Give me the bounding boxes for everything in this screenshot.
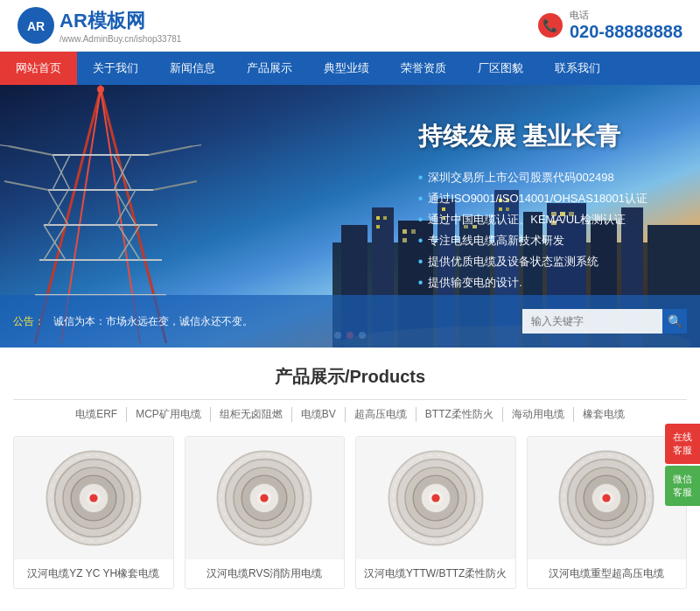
notice-label: 公告： bbox=[13, 314, 45, 329]
product-img-1 bbox=[14, 437, 173, 559]
svg-line-57 bbox=[153, 181, 197, 190]
svg-rect-17 bbox=[402, 229, 407, 234]
svg-rect-18 bbox=[411, 229, 416, 234]
floating-buttons: 在线客服 微信客服 bbox=[665, 424, 700, 506]
product-img-3 bbox=[356, 437, 515, 559]
tab-ultra[interactable]: 超高压电缆 bbox=[346, 407, 416, 422]
tab-zg[interactable]: 组柜无卤阻燃 bbox=[211, 407, 292, 422]
svg-point-59 bbox=[97, 86, 104, 93]
svg-point-84 bbox=[431, 494, 439, 502]
tab-rubber[interactable]: 橡套电缆 bbox=[574, 407, 634, 422]
tab-marine[interactable]: 海动用电缆 bbox=[503, 407, 574, 422]
hero-bullet-list: 深圳交易所上市公司股票代码002498 通过ISO9001/ISO14001/O… bbox=[418, 167, 648, 293]
tab-erf[interactable]: 电缆ERF bbox=[66, 407, 127, 422]
svg-rect-16 bbox=[376, 225, 380, 228]
tab-mcp[interactable]: MCP矿用电缆 bbox=[127, 407, 211, 422]
product-img-4 bbox=[528, 437, 687, 559]
products-section: 产品展示/Products 电缆ERF MCP矿用电缆 组柜无卤阻燃 电缆BV … bbox=[0, 348, 700, 607]
nav-item-about[interactable]: 关于我们 bbox=[77, 52, 154, 85]
hero-bullet-5: 提供优质电缆及设备状态监测系统 bbox=[418, 251, 648, 272]
svg-line-54 bbox=[9, 146, 52, 155]
product-tabs: 电缆ERF MCP矿用电缆 组柜无卤阻燃 电缆BV 超高压电缆 BTTZ柔性防火… bbox=[13, 407, 687, 422]
hero-bullet-1: 深圳交易所上市公司股票代码002498 bbox=[418, 167, 648, 188]
product-img-2 bbox=[186, 437, 345, 559]
product-card-2[interactable]: 汉河电缆RVS消防用电缆 bbox=[185, 436, 346, 589]
search-box: 🔍 bbox=[522, 309, 687, 334]
product-grid: 汉河电缆YZ YC YH橡套电缆 汉河电缆RVS消防用电缆 bbox=[13, 436, 687, 589]
phone-block: 电话 020-88888888 bbox=[570, 9, 682, 42]
search-button[interactable]: 🔍 bbox=[662, 309, 687, 334]
tab-bttz[interactable]: BTTZ柔性防火 bbox=[416, 407, 503, 422]
hero-bullet-2: 通过ISO9001/ISO14001/OHSAS18001认证 bbox=[418, 188, 648, 209]
nav-item-honors[interactable]: 荣誉资质 bbox=[385, 52, 462, 85]
phone-label: 电话 bbox=[570, 9, 682, 22]
site-header: AR AR模板网 /www.AdminBuy.cn/ishop33781 📞 电… bbox=[0, 0, 700, 52]
notice-text: 诚信为本：市场永远在变，诚信永还不变。 bbox=[53, 314, 514, 329]
product-card-1[interactable]: 汉河电缆YZ YC YH橡套电缆 bbox=[13, 436, 174, 589]
product-name-3: 汉河电缆YTTW/BTTZ柔性防火 bbox=[356, 559, 515, 588]
svg-point-68 bbox=[89, 494, 97, 502]
nav-item-contact[interactable]: 联系我们 bbox=[539, 52, 616, 85]
svg-rect-15 bbox=[383, 216, 387, 220]
phone-icon: 📞 bbox=[538, 13, 563, 38]
nav-item-home[interactable]: 网站首页 bbox=[0, 52, 77, 85]
tab-bv[interactable]: 电缆BV bbox=[292, 407, 346, 422]
svg-line-56 bbox=[4, 181, 48, 190]
logo-name: AR模板网 bbox=[60, 8, 181, 34]
svg-line-55 bbox=[149, 146, 192, 155]
main-nav: 网站首页 关于我们 新闻信息 产品展示 典型业绩 荣誉资质 厂区图貌 联系我们 bbox=[0, 52, 700, 85]
svg-line-61 bbox=[192, 144, 201, 146]
hero-text-content: 持续发展 基业长青 深圳交易所上市公司股票代码002498 通过ISO9001/… bbox=[418, 120, 648, 293]
online-service-button[interactable]: 在线客服 bbox=[665, 424, 700, 464]
svg-rect-19 bbox=[402, 238, 407, 242]
hero-bullet-6: 提供输变电的设计. bbox=[418, 272, 648, 293]
wechat-button[interactable]: 微信客服 bbox=[665, 466, 700, 506]
product-name-1: 汉河电缆YZ YC YH橡套电缆 bbox=[14, 559, 173, 588]
search-input[interactable] bbox=[522, 309, 662, 334]
phone-number: 020-88888888 bbox=[570, 22, 682, 42]
nav-item-products[interactable]: 产品展示 bbox=[231, 52, 308, 85]
product-name-2: 汉河电缆RVS消防用电缆 bbox=[186, 559, 345, 588]
logo-area: AR AR模板网 /www.AdminBuy.cn/ishop33781 bbox=[18, 7, 181, 44]
nav-item-cases[interactable]: 典型业绩 bbox=[308, 52, 385, 85]
svg-rect-14 bbox=[376, 216, 380, 220]
section-divider bbox=[13, 399, 687, 400]
notice-content: 公告： 诚信为本：市场永远在变，诚信永还不变。 🔍 bbox=[0, 309, 700, 334]
hero-title: 持续发展 基业长青 bbox=[418, 120, 648, 153]
logo-url: /www.AdminBuy.cn/ishop33781 bbox=[60, 34, 181, 44]
product-card-4[interactable]: 汉河电缆重型超高压电缆 bbox=[527, 436, 688, 589]
product-name-4: 汉河电缆重型超高压电缆 bbox=[528, 559, 687, 588]
svg-line-60 bbox=[0, 144, 9, 146]
hero-notice-bar: 公告： 诚信为本：市场永远在变，诚信永还不变。 🔍 bbox=[0, 295, 700, 348]
svg-point-76 bbox=[261, 494, 269, 502]
logo-text-block: AR模板网 /www.AdminBuy.cn/ishop33781 bbox=[60, 8, 181, 44]
nav-item-news[interactable]: 新闻信息 bbox=[154, 52, 231, 85]
hero-bullet-4: 专注电线电缆高新技术研发 bbox=[418, 230, 648, 251]
nav-item-factory[interactable]: 厂区图貌 bbox=[462, 52, 539, 85]
logo-icon: AR bbox=[18, 7, 54, 44]
products-section-title: 产品展示/Products bbox=[13, 365, 687, 389]
phone-area: 📞 电话 020-88888888 bbox=[538, 9, 682, 42]
hero-banner: 持续发展 基业长青 深圳交易所上市公司股票代码002498 通过ISO9001/… bbox=[0, 85, 700, 348]
svg-point-92 bbox=[603, 494, 611, 502]
svg-text:AR: AR bbox=[27, 19, 45, 33]
product-card-3[interactable]: 汉河电缆YTTW/BTTZ柔性防火 bbox=[355, 436, 516, 589]
hero-bullet-3: 通过中国电缆认证、KEMA/UL检测认证 bbox=[418, 209, 648, 230]
